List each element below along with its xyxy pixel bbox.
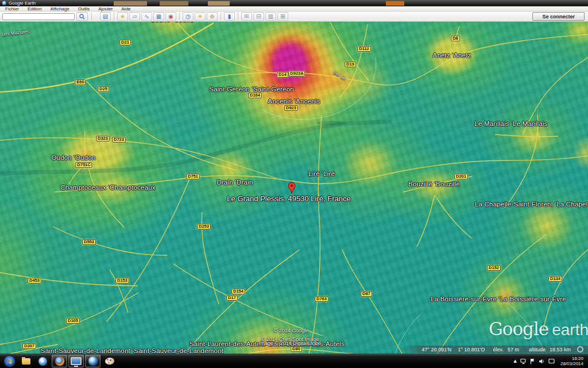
clock-time: 16:20 — [560, 356, 583, 361]
altitude-label: altitude — [529, 347, 546, 352]
road-shield-d323: D323 — [96, 136, 110, 141]
toolbar-separator — [220, 13, 221, 20]
add-path-button[interactable]: ∿ — [141, 12, 152, 21]
desktop: Google Earth FichierÉditionAffichageOuti… — [0, 0, 588, 368]
road-shield-d723: D723 — [112, 137, 126, 143]
window-titlebar[interactable]: Google Earth — [0, 0, 588, 6]
add-image-overlay-icon: ▦ — [156, 13, 161, 20]
sidebar-button[interactable]: ▤ — [100, 12, 111, 21]
background-window-fragment — [160, 1, 188, 6]
view-in-maps-icon: ⊞ — [280, 13, 285, 20]
email-button[interactable]: ✉ — [241, 12, 252, 21]
toolbar: ▤★▱∿▦◉◷☀⊚▮✉⊟▥⊞ Se connecter — [0, 12, 588, 22]
search-result-label: Le Grand Plessis, 49530 Liré, France — [227, 194, 350, 203]
town-label-drain: Drain ʼDrain — [216, 179, 253, 186]
road-shield-d453: D453 — [28, 278, 41, 283]
taskbar-display-button[interactable] — [68, 355, 84, 367]
sidebar-icon: ▤ — [103, 13, 108, 20]
menu-item-4[interactable]: Ajouter — [98, 6, 113, 12]
start-button[interactable] — [2, 355, 17, 367]
menu-item-3[interactable]: Outils — [78, 6, 90, 12]
view-in-maps-button[interactable]: ⊞ — [277, 12, 288, 21]
media-player-icon: ▸ — [38, 357, 47, 366]
road-shield-d153: D153 — [115, 278, 129, 283]
road-shield-d8: D8 — [451, 36, 460, 41]
add-path-icon: ∿ — [144, 13, 149, 20]
menu-item-2[interactable]: Affichage — [50, 6, 69, 12]
town-label-saint-gereon: Saint-Géréon ʼSaint-Géréon — [209, 86, 294, 93]
sunlight-icon: ☀ — [198, 13, 203, 20]
town-label-la-chapelle-saint-florent: La Chapelle-Saint-Florent ʼLa Chapelle-S… — [475, 201, 588, 208]
town-label-anetz: Anetz ʼAnetz — [433, 52, 471, 59]
sign-in-button[interactable]: Se connecter — [532, 12, 585, 21]
google-earth-watermark: Google earth — [489, 319, 588, 339]
road-shield-d164: D164 — [248, 93, 262, 98]
windows-start-icon — [3, 355, 16, 367]
tray-window-icon[interactable] — [548, 358, 555, 364]
town-label-bouzille: Bouzillé ʼBouzillé — [408, 181, 460, 187]
volume-icon[interactable] — [539, 358, 545, 365]
streaming-indicator — [577, 346, 583, 352]
add-placemark-button[interactable]: ★ — [117, 12, 128, 21]
save-image-button[interactable]: ▥ — [265, 12, 276, 21]
historical-imagery-button[interactable]: ◷ — [183, 12, 194, 21]
print-button[interactable]: ⊟ — [253, 12, 264, 21]
copyright-line-2: Image © 2014 DigitalGlobe — [259, 340, 321, 346]
search-input[interactable] — [2, 13, 75, 20]
add-placemark-icon: ★ — [120, 13, 125, 20]
road-shield-d19: D19 — [345, 62, 356, 67]
taskbar: ▸ ▲ 16:20 28/03/2014 — [0, 354, 588, 368]
sunlight-button[interactable]: ☀ — [195, 12, 206, 21]
menu-item-0[interactable]: Fichier — [5, 6, 19, 12]
network-icon[interactable] — [520, 358, 527, 365]
background-window-fragment — [114, 1, 147, 6]
clock-date: 28/03/2014 — [560, 361, 583, 366]
taskbar-clock[interactable]: 16:20 28/03/2014 — [558, 356, 583, 366]
taskbar-google-earth-button[interactable] — [85, 355, 100, 367]
statusbar: 47° 20.091'N 1° 10.801'O élev. 57 m alti… — [404, 346, 588, 353]
town-label-couffe: Couffé ʼCouffé — [150, 22, 194, 23]
planets-button[interactable]: ⊚ — [207, 12, 218, 21]
road-shield-d751: D751 — [186, 174, 200, 179]
elevation-label: élev. — [493, 347, 504, 352]
action-center-flag-icon[interactable] — [530, 358, 535, 365]
road-shield-d17: D17 — [226, 295, 238, 301]
taskbar-media-player-button[interactable]: ▸ — [35, 355, 51, 367]
motorway-a11 — [0, 23, 214, 92]
road-shield-d553: D553 — [82, 239, 96, 245]
road-shield-d207: D207 — [22, 343, 36, 349]
window-title: Google Earth — [9, 0, 36, 6]
search-button[interactable] — [76, 12, 88, 21]
system-tray: ▲ 16:20 28/03/2014 — [514, 356, 587, 366]
town-label-oudon: Oudon ʼOudon — [51, 154, 95, 161]
road-shield-d14: D14 — [277, 72, 288, 78]
record-tour-icon: ◉ — [168, 13, 173, 20]
show-hidden-icons-button[interactable]: ▲ — [514, 359, 517, 363]
town-label-lire: Liré ʼLiré — [308, 170, 335, 177]
add-image-overlay-button[interactable]: ▦ — [153, 12, 164, 21]
taskbar-paint-button[interactable] — [102, 355, 117, 367]
town-label-saint-sauveur-de-landemont: Saint-Sauveur-de-Landemont ʼSaint-Sauveu… — [41, 347, 223, 354]
toolbar-separator — [179, 13, 180, 20]
road-shield-d751c: D751C — [75, 162, 92, 168]
toolbar-separator — [238, 13, 238, 20]
ruler-button[interactable]: ▮ — [224, 12, 235, 21]
taskbar-explorer-button[interactable] — [18, 355, 34, 367]
search-icon — [79, 14, 85, 20]
record-tour-button[interactable]: ◉ — [165, 12, 176, 21]
save-image-icon: ▥ — [268, 13, 273, 20]
map-viewport[interactable]: Couffé ʼCoufféSaint-Géréon ʼSaint-Géréon… — [0, 22, 588, 354]
firefox-icon — [55, 356, 64, 366]
road-shield-e60: E60 — [75, 79, 86, 85]
road-shield-d154: D154 — [231, 289, 245, 294]
copyright-line-0: © 2014 Google — [274, 328, 309, 334]
google-earth-icon — [88, 356, 98, 366]
menu-item-1[interactable]: Édition — [28, 6, 41, 12]
taskbar-firefox-button[interactable] — [52, 355, 67, 367]
logo-google: Google — [489, 319, 548, 339]
add-polygon-button[interactable]: ▱ — [129, 12, 140, 21]
historical-imagery-icon: ◷ — [185, 13, 191, 20]
road-shield-d923a: D923A — [288, 71, 305, 76]
menu-item-5[interactable]: Aide — [122, 6, 131, 12]
background-window-fragment — [208, 1, 230, 6]
